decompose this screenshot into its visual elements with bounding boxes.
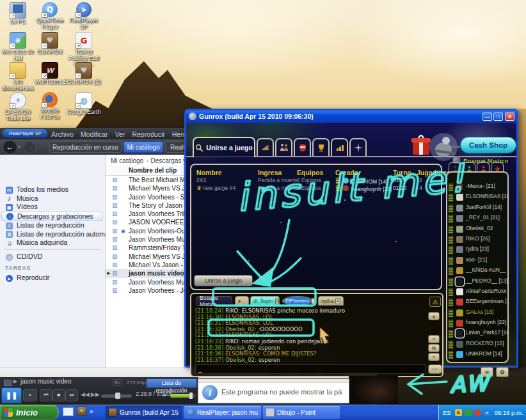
quick-launch-gunrox-icon[interactable]: ♥ bbox=[77, 407, 86, 416]
mini-window-icon[interactable] bbox=[4, 380, 12, 386]
chat-scroll-down-button[interactable]: ▼ bbox=[428, 353, 440, 361]
chat-tab[interactable]: Bosque Mistico × bbox=[196, 296, 232, 306]
desktop-icon[interactable]: DAEMON Tools Lite bbox=[1, 91, 35, 121]
playlist-button[interactable]: Lista de reproducción bbox=[146, 378, 197, 388]
tab-clan[interactable] bbox=[294, 138, 311, 156]
record-button[interactable]: ● bbox=[23, 389, 37, 401]
seek-slider[interactable] bbox=[101, 394, 132, 398]
sidebar-item[interactable]: Todos los medios bbox=[1, 185, 105, 194]
taskbar-button[interactable]: Dibujo - Paint bbox=[263, 406, 340, 419]
map-info-button[interactable]: ✿ bbox=[496, 367, 509, 377]
player-list-item[interactable]: GALAs [16] bbox=[447, 307, 507, 318]
lobby-column-header[interactable]: Creador bbox=[335, 169, 361, 176]
tab-team[interactable] bbox=[275, 138, 292, 156]
player-list-item[interactable]: Linkin_Park17 [16] bbox=[447, 328, 507, 338]
gunrox-titlebar[interactable]: Gunrox (build Apr 15 2010 09:06:30) — □ … bbox=[186, 111, 516, 123]
chat-bubble-button[interactable] bbox=[428, 364, 442, 374]
sidebar-item[interactable]: Música adquirida bbox=[1, 238, 105, 247]
chevron-more-icon[interactable]: » bbox=[90, 408, 93, 415]
browser-info-bar[interactable]: i Este programa no puede mostrar la pá bbox=[198, 378, 349, 403]
tab-now-playing[interactable]: Reproducción en curso bbox=[49, 141, 122, 153]
lobby-column-header[interactable]: Turno bbox=[393, 169, 411, 176]
player-list-item[interactable]: xoo- [21] bbox=[447, 255, 507, 265]
chat-tab[interactable]: ElPlomero × bbox=[282, 296, 313, 306]
minimize-button[interactable]: — bbox=[482, 113, 492, 121]
stop-button[interactable]: ■ bbox=[52, 389, 65, 401]
start-button[interactable]: Inicio bbox=[0, 405, 59, 420]
video-thumbnail[interactable] bbox=[349, 376, 398, 404]
seek-thumb[interactable] bbox=[115, 393, 120, 399]
tray-antivirus-icon[interactable]: A bbox=[455, 409, 462, 416]
cash-shop-button[interactable]: Cash Shop bbox=[460, 137, 516, 153]
sidebar-item[interactable]: Música bbox=[1, 194, 105, 203]
chat-page-button[interactable]: ▤ bbox=[428, 344, 440, 352]
player-list-item[interactable]: UNIKROM [14] bbox=[447, 349, 507, 359]
close-icon[interactable]: × bbox=[275, 298, 279, 304]
join-game-button[interactable]: Unirse a juego bbox=[194, 275, 253, 286]
player-list-item[interactable]: ROCKERO [15] bbox=[447, 339, 507, 349]
tab-weapons[interactable] bbox=[257, 138, 274, 156]
tray-app-icon[interactable] bbox=[474, 409, 481, 416]
desktop-icon[interactable]: RealPlayer SP bbox=[65, 1, 102, 31]
desktop-icon[interactable]: QuickTime Player bbox=[35, 1, 65, 31]
chat-input[interactable]: _ bbox=[195, 364, 426, 374]
chat-log-button[interactable]: ≡ bbox=[428, 335, 440, 343]
taskbar-button[interactable]: Gunrox (build Apr 15 ... bbox=[106, 406, 182, 419]
close-button[interactable]: ✕ bbox=[505, 113, 514, 121]
chat-tab[interactable]: rydra × bbox=[318, 296, 344, 306]
desktop-icon[interactable]: Mozilla FireFox bbox=[35, 91, 65, 121]
desktop-icon[interactable]: GUNROX (2) bbox=[65, 61, 102, 91]
player-list-item[interactable]: -Mexor- [21] bbox=[447, 182, 507, 192]
menu-item[interactable]: Modificar bbox=[81, 128, 108, 139]
volume-icon[interactable]: 🔊 bbox=[163, 391, 170, 397]
player-list-item[interactable]: __PEDRO__ [13] bbox=[447, 276, 507, 286]
desktop-icon[interactable]: Mis documentos bbox=[1, 61, 35, 91]
forward-button[interactable]: → bbox=[24, 141, 36, 153]
chat-tab[interactable]: di_llepin × bbox=[250, 296, 280, 306]
lobby-column-header[interactable]: Equipos bbox=[297, 169, 323, 176]
menu-item[interactable]: Ver bbox=[115, 128, 125, 139]
tab-join-game[interactable]: Unirse a juego bbox=[193, 137, 255, 157]
player-list-item[interactable]: Obelisk_02 bbox=[447, 224, 507, 234]
lobby-game-row[interactable]: 2X2 Partida a muerte 2 Equipos UNIKROM [… bbox=[191, 177, 441, 185]
back-history-caret-icon[interactable]: ▾ bbox=[18, 144, 20, 150]
player-list-item[interactable]: AlmaFuerteRoxx [21] bbox=[447, 286, 507, 297]
tray-realplayer-icon[interactable]: e bbox=[484, 409, 491, 416]
sidebar-item[interactable]: Listas de reproducción bbox=[1, 221, 105, 230]
tab-events[interactable] bbox=[349, 138, 367, 156]
desktop-icon[interactable]: Google Earth bbox=[65, 91, 102, 121]
next-button[interactable]: ⏭ bbox=[65, 389, 78, 401]
sidebar-item[interactable]: Listas de reproducción automática bbox=[1, 230, 105, 239]
language-indicator[interactable]: ES bbox=[443, 409, 451, 416]
player-list-item[interactable]: ELSONRISAS [18] bbox=[447, 192, 507, 202]
player-list-item[interactable]: hoanghuynh [22] bbox=[447, 318, 507, 328]
player-list-item[interactable]: __IshiDa-KuN__ [19] bbox=[447, 265, 507, 276]
breadcrumb-root[interactable]: Mi catálogo bbox=[111, 157, 143, 164]
tab-library[interactable]: Mi catálogo bbox=[124, 141, 163, 153]
tab-stats[interactable] bbox=[331, 138, 348, 156]
taskbar-button[interactable]: RealPlayer: jason mu... bbox=[184, 406, 261, 419]
close-icon[interactable]: × bbox=[311, 298, 315, 304]
fastforward-button[interactable]: ▶▶ bbox=[91, 391, 100, 398]
player-list-item[interactable]: RIKO [26] bbox=[447, 234, 507, 244]
show-desktop-icon[interactable] bbox=[63, 407, 74, 416]
player-list-item[interactable]: rydra [23] bbox=[447, 244, 507, 254]
menu-item[interactable]: Archivo bbox=[51, 128, 74, 139]
close-icon[interactable]: × bbox=[335, 298, 340, 304]
lobby-column-header[interactable]: Ingresa bbox=[258, 169, 282, 176]
desktop-icon[interactable]: GUNROX bbox=[35, 31, 65, 61]
desktop-icon[interactable]: Mi PC bbox=[1, 1, 35, 31]
menu-item[interactable]: Reproducir bbox=[132, 128, 164, 139]
sidebar-item[interactable]: Vídeos bbox=[1, 203, 105, 212]
chat-scroll-up-button[interactable]: ▲ bbox=[428, 312, 440, 320]
player-list-item[interactable]: _REY_01 [21] bbox=[447, 213, 507, 223]
desktop-icon[interactable]: Trainer Publico EL8 v4.80 ... bbox=[65, 31, 102, 61]
desktop-icon[interactable]: Mis sitios de red bbox=[1, 31, 35, 61]
desktop-icon[interactable]: WolfTeamLE bbox=[35, 61, 65, 91]
tray-messenger-icon[interactable] bbox=[465, 409, 472, 416]
warning-icon[interactable]: ⚠ bbox=[429, 297, 441, 307]
maximize-button[interactable]: □ bbox=[493, 113, 503, 121]
volume-slider[interactable] bbox=[170, 394, 196, 398]
sidebar-item-reproducir[interactable]: Reproducir bbox=[1, 274, 105, 283]
previous-button[interactable]: ⏮ bbox=[40, 389, 52, 401]
